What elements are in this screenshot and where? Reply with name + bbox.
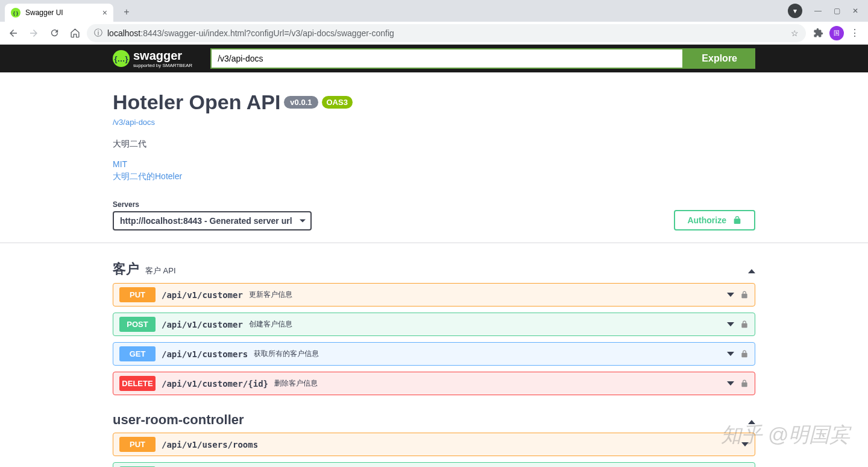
method-badge: GET [119,346,156,361]
maximize-icon[interactable]: ▢ [834,7,840,15]
user-avatar-icon[interactable]: 国 [829,26,844,40]
tag-name: user-room-controller [113,412,244,428]
api-title: Hoteler Open API [113,91,280,114]
servers-label: Servers [113,200,312,209]
operation-path: /api/v1/users/rooms [162,440,258,450]
star-icon[interactable]: ☆ [791,28,799,38]
tag-section: 客户客户 APIPUT/api/v1/customer更新客户信息POST/ap… [113,255,755,395]
operation-row[interactable]: POST/api/v1/users/rooms [113,462,755,467]
chevron-down-icon [741,442,749,446]
tab-title: Swagger UI [25,8,63,17]
tag-header[interactable]: 客户客户 API [113,255,755,283]
version-badge: v0.0.1 [284,96,318,109]
reload-icon [49,28,60,38]
swagger-logo: {…} swagger supported by SMARTBEAR [113,49,192,68]
home-icon [70,28,80,38]
operation-path: /api/v1/customer [162,320,243,329]
logo-text: swagger [133,49,182,62]
arrow-right-icon [28,28,39,39]
method-badge: PUT [119,287,156,302]
tag-description: 客户 API [145,265,176,276]
browser-chrome: { } Swagger UI × + ▾ — ▢ ✕ ⓘ [0,0,868,45]
authorize-label: Authorize [687,215,726,225]
nav-bar: ⓘ localhost:8443/swagger-ui/index.html?c… [0,22,868,45]
extensions-icon[interactable] [813,28,823,38]
chevron-down-icon [727,293,734,297]
minimize-icon[interactable]: — [814,7,822,15]
tag-header[interactable]: user-room-controller [113,407,755,433]
toolbar-right: 国 ⋮ [810,26,863,40]
menu-icon[interactable]: ⋮ [850,27,860,39]
api-description: 大明二代 [113,139,755,150]
operation-row[interactable]: PUT/api/v1/customer更新客户信息 [113,283,755,307]
tab-bar: { } Swagger UI × + ▾ — ▢ ✕ [0,0,868,22]
oas-badge: OAS3 [322,96,353,109]
license-link[interactable]: MIT [113,159,755,169]
window-controls: — ▢ ✕ [814,7,868,15]
chevron-down-icon [727,352,734,356]
profile-badge-icon[interactable]: ▾ [788,4,802,18]
operation-row[interactable]: POST/api/v1/customer创建客户信息 [113,313,755,336]
spec-url-link[interactable]: /v3/api-docs [113,118,755,127]
swagger-logo-icon: {…} [113,50,130,67]
operation-row[interactable]: PUT/api/v1/users/rooms [113,433,755,456]
operation-path: /api/v1/customers [162,349,248,359]
operation-summary: 更新客户信息 [249,290,292,300]
api-info: Hoteler Open API v0.0.1 OAS3 /v3/api-doc… [113,91,755,182]
contact-link[interactable]: 大明二代的Hoteler [113,171,755,182]
address-bar[interactable]: ⓘ localhost:8443/swagger-ui/index.html?c… [87,24,806,42]
browser-tab[interactable]: { } Swagger UI × [5,4,113,22]
tag-section: user-room-controllerPUT/api/v1/users/roo… [113,407,755,467]
operation-row[interactable]: DELETE/api/v1/customer/{id}删除客户信息 [113,372,755,395]
operation-path: /api/v1/customer/{id} [162,379,268,389]
back-button[interactable] [5,25,22,42]
chevron-down-icon [727,381,734,386]
lock-icon [740,320,749,329]
operation-summary: 获取所有的客户信息 [254,349,319,359]
server-select[interactable]: http://localhost:8443 - Generated server… [113,211,312,230]
operation-summary: 创建客户信息 [249,319,292,329]
lock-open-icon [732,215,742,225]
url-text: localhost:8443/swagger-ui/index.html?con… [107,28,786,38]
explore-button[interactable]: Explore [684,48,755,69]
operation-summary: 删除客户信息 [274,378,318,389]
arrow-left-icon [8,28,19,39]
spec-url-input[interactable] [210,48,684,69]
tag-name: 客户 [113,260,139,278]
home-button[interactable] [66,25,83,42]
authorize-button[interactable]: Authorize [674,210,755,230]
chevron-down-icon [727,322,734,326]
close-icon[interactable]: × [102,8,107,17]
chevron-up-icon [748,265,755,276]
forward-button[interactable] [25,25,42,42]
method-badge: PUT [119,437,156,452]
new-tab-button[interactable]: + [118,4,135,21]
lock-icon [740,380,749,388]
tab-favicon-icon: { } [11,8,20,17]
operation-path: /api/v1/customer [162,290,243,300]
swagger-topbar: {…} swagger supported by SMARTBEAR Explo… [0,45,868,72]
logo-subtext: supported by SMARTBEAR [133,63,192,68]
close-window-icon[interactable]: ✕ [852,7,858,15]
method-badge: DELETE [119,376,156,391]
info-icon[interactable]: ⓘ [94,28,102,39]
lock-icon [740,291,749,299]
reload-button[interactable] [46,25,63,42]
lock-icon [740,350,749,358]
chevron-up-icon [748,416,755,427]
operation-row[interactable]: GET/api/v1/customers获取所有的客户信息 [113,342,755,366]
method-badge: POST [119,317,156,332]
